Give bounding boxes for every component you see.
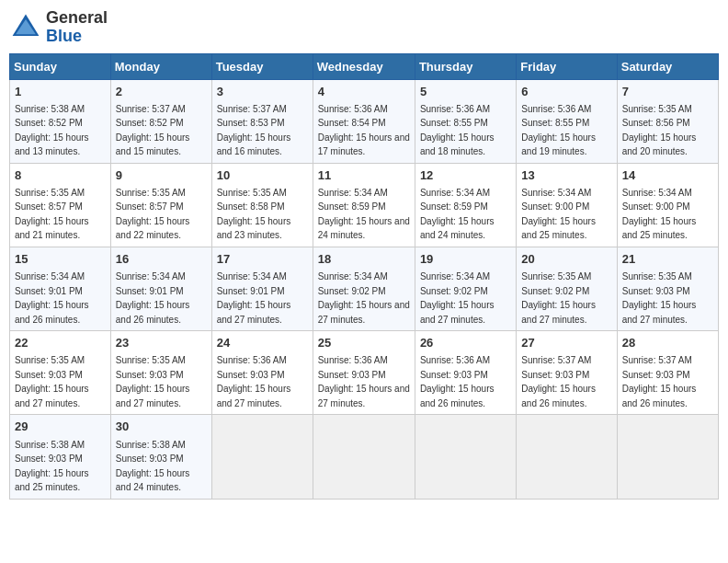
day-cell xyxy=(415,415,516,499)
day-number: 15 xyxy=(15,251,106,268)
day-cell: 22Sunrise: 5:35 AMSunset: 9:03 PMDayligh… xyxy=(10,331,111,415)
day-cell: 7Sunrise: 5:35 AMSunset: 8:56 PMDaylight… xyxy=(617,79,718,163)
day-number: 20 xyxy=(521,251,611,268)
day-cell: 27Sunrise: 5:37 AMSunset: 9:03 PMDayligh… xyxy=(517,331,617,415)
day-number: 25 xyxy=(318,335,410,351)
day-number: 5 xyxy=(420,84,511,100)
day-info: Sunrise: 5:37 AMSunset: 8:53 PMDaylight:… xyxy=(217,104,291,157)
day-number: 17 xyxy=(217,251,308,268)
day-cell: 26Sunrise: 5:36 AMSunset: 9:03 PMDayligh… xyxy=(415,331,516,415)
week-row-4: 22Sunrise: 5:35 AMSunset: 9:03 PMDayligh… xyxy=(10,331,719,415)
day-info: Sunrise: 5:35 AMSunset: 9:02 PMDaylight:… xyxy=(521,271,596,325)
logo-text: General Blue xyxy=(46,9,108,46)
day-number: 22 xyxy=(15,335,106,351)
day-info: Sunrise: 5:34 AMSunset: 9:01 PMDaylight:… xyxy=(15,271,89,325)
day-info: Sunrise: 5:34 AMSunset: 9:00 PMDaylight:… xyxy=(622,188,697,241)
day-number: 24 xyxy=(217,335,308,351)
day-number: 30 xyxy=(116,419,207,435)
day-number: 29 xyxy=(15,419,106,435)
day-cell: 8Sunrise: 5:35 AMSunset: 8:57 PMDaylight… xyxy=(10,163,111,247)
day-info: Sunrise: 5:38 AMSunset: 8:52 PMDaylight:… xyxy=(15,104,89,157)
day-number: 18 xyxy=(318,251,410,268)
day-info: Sunrise: 5:35 AMSunset: 8:57 PMDaylight:… xyxy=(116,188,190,241)
day-cell: 10Sunrise: 5:35 AMSunset: 8:58 PMDayligh… xyxy=(211,163,313,247)
day-cell: 15Sunrise: 5:34 AMSunset: 9:01 PMDayligh… xyxy=(10,247,111,330)
header-row: SundayMondayTuesdayWednesdayThursdayFrid… xyxy=(10,53,719,79)
day-info: Sunrise: 5:35 AMSunset: 9:03 PMDaylight:… xyxy=(622,271,697,325)
day-number: 9 xyxy=(116,167,207,184)
day-number: 12 xyxy=(420,167,511,184)
day-cell xyxy=(313,415,415,499)
day-number: 27 xyxy=(521,335,611,351)
day-cell: 16Sunrise: 5:34 AMSunset: 9:01 PMDayligh… xyxy=(110,247,211,330)
week-row-3: 15Sunrise: 5:34 AMSunset: 9:01 PMDayligh… xyxy=(10,247,719,330)
day-info: Sunrise: 5:34 AMSunset: 9:02 PMDaylight:… xyxy=(318,271,410,325)
day-cell: 6Sunrise: 5:36 AMSunset: 8:55 PMDaylight… xyxy=(517,79,617,163)
header-cell-wednesday: Wednesday xyxy=(313,53,415,79)
day-number: 16 xyxy=(116,251,207,268)
day-info: Sunrise: 5:36 AMSunset: 8:55 PMDaylight:… xyxy=(521,104,596,157)
day-number: 3 xyxy=(217,84,308,100)
day-number: 8 xyxy=(15,167,106,184)
day-info: Sunrise: 5:37 AMSunset: 9:03 PMDaylight:… xyxy=(521,355,596,408)
day-cell: 5Sunrise: 5:36 AMSunset: 8:55 PMDaylight… xyxy=(415,79,516,163)
day-number: 1 xyxy=(15,84,106,100)
header-cell-sunday: Sunday xyxy=(10,53,111,79)
day-cell: 14Sunrise: 5:34 AMSunset: 9:00 PMDayligh… xyxy=(617,163,718,247)
day-cell: 25Sunrise: 5:36 AMSunset: 9:03 PMDayligh… xyxy=(313,331,415,415)
day-cell: 19Sunrise: 5:34 AMSunset: 9:02 PMDayligh… xyxy=(415,247,516,330)
day-info: Sunrise: 5:36 AMSunset: 8:54 PMDaylight:… xyxy=(318,104,410,157)
day-number: 10 xyxy=(217,167,308,184)
day-number: 23 xyxy=(116,335,207,351)
day-number: 7 xyxy=(622,84,713,100)
day-cell: 20Sunrise: 5:35 AMSunset: 9:02 PMDayligh… xyxy=(517,247,617,330)
day-cell: 18Sunrise: 5:34 AMSunset: 9:02 PMDayligh… xyxy=(313,247,415,330)
day-info: Sunrise: 5:38 AMSunset: 9:03 PMDaylight:… xyxy=(15,440,89,493)
day-cell: 4Sunrise: 5:36 AMSunset: 8:54 PMDaylight… xyxy=(313,79,415,163)
logo-general: General xyxy=(46,8,108,27)
day-info: Sunrise: 5:34 AMSunset: 9:01 PMDaylight:… xyxy=(217,271,291,325)
day-info: Sunrise: 5:35 AMSunset: 8:57 PMDaylight:… xyxy=(15,188,89,241)
day-info: Sunrise: 5:36 AMSunset: 9:03 PMDaylight:… xyxy=(318,355,410,408)
day-info: Sunrise: 5:36 AMSunset: 8:55 PMDaylight:… xyxy=(420,104,495,157)
header-cell-tuesday: Tuesday xyxy=(211,53,313,79)
day-number: 19 xyxy=(420,251,511,268)
day-cell: 28Sunrise: 5:37 AMSunset: 9:03 PMDayligh… xyxy=(617,331,718,415)
day-cell: 23Sunrise: 5:35 AMSunset: 9:03 PMDayligh… xyxy=(110,331,211,415)
day-info: Sunrise: 5:36 AMSunset: 9:03 PMDaylight:… xyxy=(420,355,495,408)
day-cell: 1Sunrise: 5:38 AMSunset: 8:52 PMDaylight… xyxy=(10,79,111,163)
day-number: 28 xyxy=(622,335,713,351)
day-info: Sunrise: 5:34 AMSunset: 8:59 PMDaylight:… xyxy=(420,188,495,241)
day-info: Sunrise: 5:35 AMSunset: 9:03 PMDaylight:… xyxy=(116,355,190,408)
day-number: 13 xyxy=(521,167,611,184)
day-info: Sunrise: 5:38 AMSunset: 9:03 PMDaylight:… xyxy=(116,440,190,493)
day-cell xyxy=(211,415,313,499)
day-info: Sunrise: 5:34 AMSunset: 9:02 PMDaylight:… xyxy=(420,271,495,325)
day-info: Sunrise: 5:37 AMSunset: 9:03 PMDaylight:… xyxy=(622,355,697,408)
week-row-1: 1Sunrise: 5:38 AMSunset: 8:52 PMDaylight… xyxy=(10,79,719,163)
day-cell: 29Sunrise: 5:38 AMSunset: 9:03 PMDayligh… xyxy=(10,415,111,499)
day-cell: 13Sunrise: 5:34 AMSunset: 9:00 PMDayligh… xyxy=(517,163,617,247)
day-info: Sunrise: 5:34 AMSunset: 9:00 PMDaylight:… xyxy=(521,188,596,241)
day-number: 2 xyxy=(116,84,207,100)
header-cell-saturday: Saturday xyxy=(617,53,718,79)
day-cell: 3Sunrise: 5:37 AMSunset: 8:53 PMDaylight… xyxy=(211,79,313,163)
day-cell xyxy=(517,415,617,499)
day-cell: 17Sunrise: 5:34 AMSunset: 9:01 PMDayligh… xyxy=(211,247,313,330)
day-cell: 12Sunrise: 5:34 AMSunset: 8:59 PMDayligh… xyxy=(415,163,516,247)
header-cell-thursday: Thursday xyxy=(415,53,516,79)
day-cell: 24Sunrise: 5:36 AMSunset: 9:03 PMDayligh… xyxy=(211,331,313,415)
day-number: 6 xyxy=(521,84,611,100)
day-cell: 30Sunrise: 5:38 AMSunset: 9:03 PMDayligh… xyxy=(110,415,211,499)
day-number: 26 xyxy=(420,335,511,351)
day-cell xyxy=(617,415,718,499)
logo: General Blue xyxy=(9,9,108,46)
calendar-table: SundayMondayTuesdayWednesdayThursdayFrid… xyxy=(9,53,719,500)
day-info: Sunrise: 5:36 AMSunset: 9:03 PMDaylight:… xyxy=(217,355,291,408)
day-info: Sunrise: 5:34 AMSunset: 9:01 PMDaylight:… xyxy=(116,271,190,325)
day-info: Sunrise: 5:35 AMSunset: 9:03 PMDaylight:… xyxy=(15,355,89,408)
header: General Blue xyxy=(9,9,719,46)
day-number: 4 xyxy=(318,84,410,100)
day-cell: 9Sunrise: 5:35 AMSunset: 8:57 PMDaylight… xyxy=(110,163,211,247)
day-info: Sunrise: 5:35 AMSunset: 8:56 PMDaylight:… xyxy=(622,104,697,157)
